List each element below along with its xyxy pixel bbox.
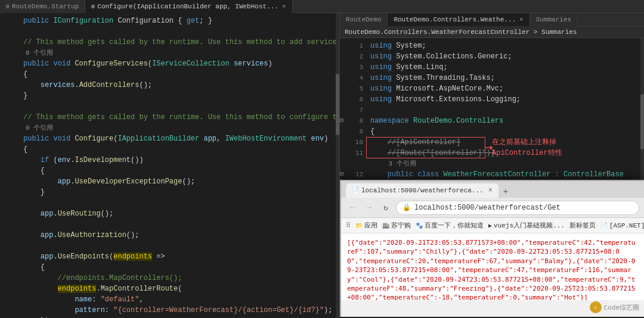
- r-line-3: 3 using System.Linq;: [340, 62, 644, 73]
- tab-configure[interactable]: ⚙ Configure(IApplicationBuilder app, IWe…: [85, 0, 292, 13]
- r-line-5: 5 using Microsoft.AspNetCore.Mvc;: [340, 83, 644, 94]
- bookmark-vuejs[interactable]: ▶ vuejs入门基础视频...: [488, 221, 565, 230]
- bookmark-aspnet[interactable]: 📄 [ASP.NET] 详解 :: [600, 221, 644, 230]
- right-panel: RouteDemo RouteDemo.Controllers.Weathe..…: [340, 13, 644, 318]
- r-line-1: 1 using System;: [340, 40, 644, 51]
- code-line-l17: }: [0, 187, 339, 198]
- code-line-l26: endpoints.MapControllerRoute(: [0, 283, 339, 294]
- right-tab-bar: RouteDemo RouteDemo.Controllers.Weathe..…: [340, 13, 644, 26]
- left-panel: public IConfiguration Configuration { ge…: [0, 13, 340, 318]
- tab-close-browser[interactable]: ×: [488, 186, 493, 195]
- file-icon-2: ⚙: [91, 3, 95, 10]
- code-line-l24: {: [0, 262, 339, 273]
- code-line-l20: [0, 219, 339, 230]
- forward-button[interactable]: →: [363, 201, 376, 214]
- r-line-8: ⊟ 8 namespace RouteDemo.Controllers: [340, 116, 644, 126]
- tab-summaries[interactable]: Summaries: [530, 13, 578, 26]
- r-line-7: 7: [340, 105, 644, 116]
- page-icon: 📄: [352, 187, 359, 194]
- bookmark-apps[interactable]: 📁 应用: [355, 221, 377, 230]
- code-line-l23: app.UseEndpoints(endpoints =>: [0, 251, 339, 262]
- left-scrollbar[interactable]: [336, 13, 339, 318]
- code-line-l11: 0 个引用: [0, 123, 339, 133]
- code-line-l18: [0, 198, 339, 208]
- code-line-l15: {: [0, 166, 339, 176]
- browser-tab[interactable]: 📄 localhost:5000/weatherforeca... ×: [346, 183, 499, 198]
- browser-window: 📄 localhost:5000/weatherforeca... × + ← …: [340, 180, 644, 317]
- lock-icon: 🔒: [402, 204, 411, 211]
- code-line-l14: if (env.IsDevelopment()): [0, 155, 339, 166]
- code-line-l8: }: [0, 91, 339, 101]
- code-line-l25: //endpoints.MapControllers();: [0, 273, 339, 283]
- bookmark-baidu[interactable]: 🐾 百度一下，你就知道: [416, 221, 484, 230]
- left-code-area: public IConfiguration Configuration { ge…: [0, 13, 339, 318]
- code-line-l7: services.AddControllers();: [0, 80, 339, 91]
- code-line-l6: {: [0, 69, 339, 80]
- code-line-l2: [0, 26, 339, 37]
- annotated-block: 10 //[ApiController] 11 //[Route("[contr…: [340, 137, 644, 158]
- code-line-l9: [0, 101, 339, 112]
- code-line-l1: public IConfiguration Configuration { ge…: [0, 15, 339, 26]
- tab-routedemo[interactable]: RouteDemo: [340, 13, 388, 26]
- tab-startup[interactable]: ⚙ RouteDemo.Startup: [0, 0, 85, 13]
- watermark-icon: ♪: [590, 301, 602, 313]
- code-line-l10: // This method gets called by the runtim…: [0, 112, 339, 123]
- left-scroll-thumb[interactable]: [336, 74, 339, 135]
- apps-icon[interactable]: ⠿: [346, 222, 351, 229]
- breadcrumb: RouteDemo.Controllers.WeatherForecastCon…: [340, 26, 644, 38]
- bookmark-suning[interactable]: 🏬 苏宁购: [382, 221, 411, 230]
- browser-tab-bar: 📄 localhost:5000/weatherforeca... × +: [341, 181, 644, 198]
- code-line-l13: {: [0, 144, 339, 155]
- tab-close-right[interactable]: ×: [519, 16, 524, 23]
- browser-nav: ← → ↻ 🔒 localhost:5000/weatherforecast/G…: [341, 198, 644, 218]
- right-code-area: 1 using System; 2 using System.Collectio…: [340, 38, 644, 317]
- tab-controller[interactable]: RouteDemo.Controllers.Weathe... ×: [388, 13, 530, 26]
- watermark: ♪ Code综艺圈: [590, 301, 639, 313]
- code-line-l21: app.UseAuthorization();: [0, 230, 339, 241]
- code-line-l19: app.UseRouting();: [0, 208, 339, 219]
- r-line-12: ⊟ 12 public class WeatherForecastControl…: [340, 169, 644, 180]
- back-button[interactable]: ←: [346, 201, 359, 214]
- code-line-l3: // This method gets called by the runtim…: [0, 37, 339, 48]
- json-response: [{"date":"2020-09-21T23:05:53.8771573+08…: [347, 238, 638, 300]
- tab-bar: ⚙ RouteDemo.Startup ⚙ Configure(IApplica…: [0, 0, 644, 13]
- bookmarks-bar: ⠿ 📁 应用 🏬 苏宁购 🐾 百度一下，你就知道 ▶: [341, 218, 644, 233]
- code-line-l12: public void Configure(IApplicationBuilde…: [0, 133, 339, 144]
- r-line-6: 6 using Microsoft.Extensions.Logging;: [340, 94, 644, 105]
- code-line-l22: [0, 241, 339, 251]
- code-line-l27: name: "default",: [0, 294, 339, 305]
- code-line-l5: public void ConfigureServices(IServiceCo…: [0, 58, 339, 69]
- code-line-l16: app.UseDeveloperExceptionPage();: [0, 176, 339, 187]
- address-bar[interactable]: 🔒 localhost:5000/weatherforecast/Get: [396, 201, 639, 215]
- main-layout: public IConfiguration Configuration { ge…: [0, 13, 644, 318]
- r-line-4: 4 using System.Threading.Tasks;: [340, 73, 644, 83]
- new-tab-button[interactable]: +: [500, 186, 512, 198]
- r-line-2: 2 using System.Collections.Generic;: [340, 51, 644, 62]
- right-scroll-thumb[interactable]: [640, 94, 644, 150]
- code-line-l29: });: [0, 316, 339, 318]
- file-icon: ⚙: [6, 3, 10, 10]
- tab-close[interactable]: ×: [282, 3, 286, 10]
- refresh-button[interactable]: ↻: [379, 201, 392, 214]
- code-line-l28: pattern: "{controller=WeatherForecast}/{…: [0, 305, 339, 316]
- r-line-ref: 3 个引用: [340, 158, 644, 169]
- annotation-text-1: 在之前基础上注释掉 ApiController特性: [492, 137, 562, 158]
- r-line-9: 9 {: [340, 126, 644, 137]
- code-line-l4: 0 个引用: [0, 48, 339, 58]
- browser-content: [{"date":"2020-09-21T23:05:53.8771573+08…: [341, 233, 644, 300]
- bookmark-newtab[interactable]: 新标签页: [569, 221, 596, 230]
